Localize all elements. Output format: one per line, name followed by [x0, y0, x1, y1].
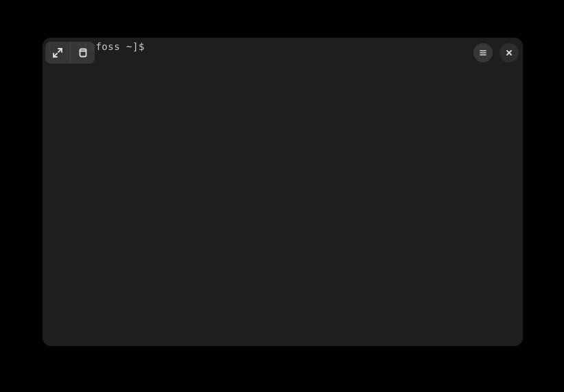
overlay-toolbar-right	[473, 43, 519, 62]
svg-rect-0	[80, 49, 86, 57]
terminal-content[interactable]: [ itsfoss ~]$	[43, 38, 523, 56]
expand-icon	[52, 47, 63, 58]
menu-button[interactable]	[473, 43, 493, 62]
close-icon	[505, 49, 513, 57]
copy-icon	[78, 47, 89, 58]
close-button[interactable]	[500, 43, 519, 62]
copy-button[interactable]	[70, 42, 95, 64]
overlay-toolbar-left	[45, 42, 95, 64]
menu-icon	[478, 48, 488, 58]
expand-button[interactable]	[45, 42, 70, 64]
terminal-window[interactable]: [ itsfoss ~]$	[43, 38, 523, 346]
prompt-line: [ itsfoss ~]$	[47, 40, 519, 53]
